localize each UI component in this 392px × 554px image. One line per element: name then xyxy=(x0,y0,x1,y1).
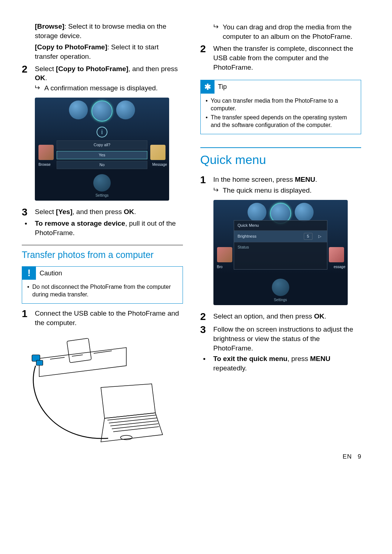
qm-result: The quick menu is displayed. xyxy=(200,186,362,195)
qm2-period: . xyxy=(324,312,326,320)
qm3-text: Follow the on screen instructions to adj… xyxy=(213,325,362,353)
qm-browse-label: Bro xyxy=(217,264,223,270)
page-content: [Browse]: Select it to browse media on t… xyxy=(22,22,361,461)
footer-page: 9 xyxy=(358,453,361,460)
step2-bold: [Copy to PhotoFrame] xyxy=(56,65,128,73)
tip-box: ✱ Tip You can transfer media from the Ph… xyxy=(200,80,362,134)
transfer-subheading: Transfer photos from a computer xyxy=(22,249,183,261)
step3-prefix: Select xyxy=(35,208,56,216)
qm-title: Quick Menu xyxy=(234,221,327,231)
caution-icon: ! xyxy=(22,267,36,280)
result-arrow-icon xyxy=(213,22,223,41)
exit-suffix: repeatedly. xyxy=(213,364,247,372)
caution-box: ! Caution Do not disconnect the PhotoFra… xyxy=(22,266,183,304)
step3-suffix: , and then press xyxy=(73,208,124,216)
step3-bold: [Yes] xyxy=(56,208,72,216)
footer-lang: EN xyxy=(343,453,352,460)
dialog-yes: Yes xyxy=(57,151,147,159)
tip-text-2: The transfer speed depends on the operat… xyxy=(211,114,356,129)
caution-text: Do not disconnect the PhotoFrame from th… xyxy=(32,283,177,299)
tip-icon: ✱ xyxy=(201,80,215,93)
step3-ok: OK xyxy=(124,208,134,216)
right-step2-text: When the transfer is complete, disconnec… xyxy=(213,44,362,72)
dragdrop-result: You can drag and drop the media from the… xyxy=(200,22,362,41)
dialog-no: No xyxy=(57,161,147,169)
right-column: You can drag and drop the media from the… xyxy=(200,22,362,461)
exit-bold: To exit the quick menu xyxy=(213,355,287,362)
shot-message-label: Message xyxy=(152,162,167,167)
qm-result-text: The quick menu is displayed. xyxy=(223,186,312,195)
step2-result: A confirmation message is displayed. xyxy=(22,83,183,93)
step-number: 2 xyxy=(200,44,213,72)
result-arrow-icon xyxy=(35,83,44,93)
qm2-ok: OK xyxy=(314,312,324,320)
qm1-menu: MENU xyxy=(295,176,315,183)
left-column: [Browse]: Select it to browse media on t… xyxy=(22,22,183,461)
step-number: 2 xyxy=(200,312,213,322)
dialog-title: Copy all? xyxy=(57,140,147,149)
confirmation-screenshot: Browse Message i Copy all? Yes No Settin… xyxy=(35,98,169,201)
qm1-prefix: In the home screen, press xyxy=(213,176,295,183)
browse-option-label: [Browse] xyxy=(35,22,64,30)
step-number: 3 xyxy=(200,325,213,353)
qm-brightness-value: 5 xyxy=(304,233,313,240)
right-step-2: 2 When the transfer is complete, disconn… xyxy=(200,44,362,72)
qm-settings-label: Settings xyxy=(274,297,287,303)
qm-step-1: 1 In the home screen, press MENU. xyxy=(200,175,362,185)
qm-brightness-label: Brightness xyxy=(238,234,257,239)
section-divider xyxy=(22,245,183,245)
remove-bold: To remove a storage device xyxy=(35,219,125,227)
svg-rect-0 xyxy=(67,338,91,363)
step2-ok: OK xyxy=(35,74,45,82)
step-number: 1 xyxy=(200,175,213,185)
shot-settings-label: Settings xyxy=(95,193,109,198)
step3-period: . xyxy=(134,208,136,216)
exit-mid: , press xyxy=(287,355,310,362)
usb-step1-text: Connect the USB cable to the PhotoFrame … xyxy=(35,309,183,327)
dragdrop-text: You can drag and drop the media from the… xyxy=(223,22,362,41)
quick-menu-heading: Quick menu xyxy=(200,147,362,168)
usb-illustration xyxy=(28,333,166,453)
step-number: 3 xyxy=(22,207,35,217)
qm-brightness-row: Brightness 5 ▷ xyxy=(234,231,327,242)
qm-step-3: 3 Follow the on screen instructions to a… xyxy=(200,325,362,353)
tip-text-1: You can transfer media from the PhotoFra… xyxy=(211,97,356,112)
exit-menu-note: • To exit the quick menu, press MENU rep… xyxy=(200,354,362,373)
step-2: 2 Select [Copy to PhotoFrame], and then … xyxy=(22,64,183,83)
step2-period: . xyxy=(45,74,47,82)
exit-menu: MENU xyxy=(310,355,330,362)
qm2-prefix: Select an option, and then press xyxy=(213,312,314,320)
options-block: [Browse]: Select it to browse media on t… xyxy=(22,22,183,61)
usb-svg-icon xyxy=(28,333,166,453)
qm-step-2: 2 Select an option, and then press OK. xyxy=(200,312,362,322)
qm-message-label: essage xyxy=(334,264,345,270)
step2-result-text: A confirmation message is displayed. xyxy=(44,83,158,93)
usb-step-1: 1 Connect the USB cable to the PhotoFram… xyxy=(22,309,183,327)
remove-device-note: • To remove a storage device, pull it ou… xyxy=(22,219,183,237)
copy-option-label: [Copy to PhotoFrame] xyxy=(35,43,107,51)
step2-prefix: Select xyxy=(35,65,56,73)
svg-rect-2 xyxy=(36,360,43,365)
step2-suffix: , and then press xyxy=(128,65,178,73)
tip-label: Tip xyxy=(215,80,230,93)
step-number: 2 xyxy=(22,64,35,83)
step-number: 1 xyxy=(22,309,35,327)
caution-label: Caution xyxy=(36,267,66,280)
quick-menu-screenshot: Bro essage Quick Menu Brightness 5 ▷ Sta… xyxy=(213,200,348,305)
qm1-period: . xyxy=(315,176,317,183)
info-icon: i xyxy=(97,127,107,138)
shot-browse-label: Browse xyxy=(38,162,50,167)
result-arrow-icon xyxy=(213,186,223,195)
page-footer: EN9 xyxy=(200,453,362,461)
qm-status-label: Status xyxy=(234,242,327,269)
play-icon: ▷ xyxy=(316,234,323,239)
step-3: 3 Select [Yes], and then press OK. xyxy=(22,207,183,217)
